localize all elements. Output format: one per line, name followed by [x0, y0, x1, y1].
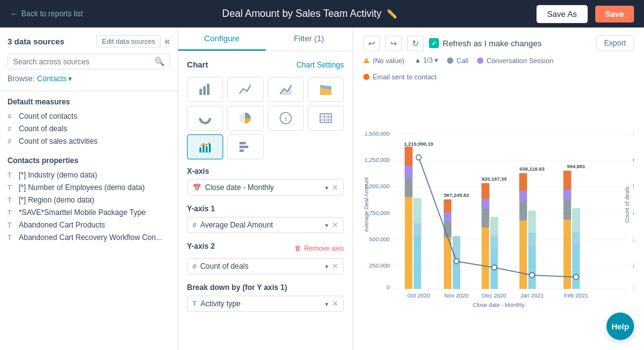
svg-text:500,000: 500,000: [370, 236, 390, 242]
svg-marker-3: [280, 85, 291, 95]
chart-type-single-num[interactable]: 1: [268, 106, 304, 131]
y-axis1-select[interactable]: # Average Deal Amount ▾ ✕: [187, 217, 344, 233]
svg-rect-60: [453, 236, 460, 261]
tab-filter[interactable]: Filter (1): [266, 28, 353, 51]
svg-text:1,219,990.19: 1,219,990.19: [404, 141, 434, 147]
measure-prefix: #: [8, 138, 15, 145]
svg-rect-68: [490, 218, 498, 236]
chart-svg: 1,500,000 1,250,000 1,000,000 750,000 50…: [363, 86, 634, 342]
chart-type-horizontal-bar[interactable]: [227, 134, 263, 159]
x-axis-chevron-icon: ▾: [325, 184, 328, 191]
svg-point-89: [573, 274, 578, 279]
svg-rect-11: [320, 114, 331, 122]
prop-label: Abandoned Cart Recovery Workflow Con...: [19, 233, 162, 242]
edit-title-icon[interactable]: ✏️: [386, 9, 397, 19]
page-down-icon[interactable]: ▾: [435, 56, 438, 64]
chart-settings-link[interactable]: Chart Settings: [296, 61, 344, 69]
measure-count-deals[interactable]: # Count of deals: [8, 122, 170, 135]
export-button[interactable]: Export: [596, 35, 634, 51]
breakdown-clear-icon[interactable]: ✕: [332, 299, 338, 308]
back-arrow-icon: ←: [10, 9, 19, 19]
breakdown-select[interactable]: T Activity type ▾ ✕: [187, 296, 344, 312]
svg-text:1,250,000: 1,250,000: [365, 157, 390, 163]
svg-rect-20: [239, 142, 246, 144]
y-axis1-clear-icon[interactable]: ✕: [332, 221, 338, 229]
prop-abandoned-cart[interactable]: T Abandoned Cart Products: [8, 219, 170, 231]
svg-text:100: 100: [633, 284, 634, 291]
sidebar: 3 data sources Edit data sources « 🔍 Bro…: [0, 28, 178, 350]
refresh-checkbox[interactable]: ✓: [429, 38, 439, 48]
page-title: Deal Amount by Sales Team Activity ✏️: [91, 8, 529, 19]
y-axis2-hash-icon: #: [193, 262, 196, 270]
svg-point-86: [454, 259, 459, 264]
svg-rect-84: [572, 208, 580, 232]
prop-industry[interactable]: T [*] Industry (demo data): [8, 169, 170, 181]
help-button[interactable]: Help: [606, 312, 634, 340]
browse-row: Browse: Contacts ▾: [8, 74, 170, 83]
measure-prefix: #: [8, 125, 15, 132]
prop-abandoned-recovery[interactable]: T Abandoned Cart Recovery Workflow Con..…: [8, 231, 170, 244]
chart-type-stacked-area[interactable]: [308, 77, 344, 102]
configure-content: Chart Chart Settings: [178, 51, 353, 329]
save-button[interactable]: Save: [595, 6, 634, 22]
edit-sources-button[interactable]: Edit data sources: [96, 35, 161, 48]
x-axis-select[interactable]: 📅 Close date - Monthly ▾ ✕: [187, 179, 344, 196]
y-axis1-value: Average Deal Amount: [200, 221, 321, 229]
y-axis1-section: Y-axis 1 # Average Deal Amount ▾ ✕: [187, 204, 344, 233]
trash-icon: 🗑: [294, 244, 301, 252]
svg-text:Oct 2020: Oct 2020: [407, 292, 430, 299]
page-indicator: ▲: [415, 56, 421, 64]
chart-type-area[interactable]: [268, 77, 304, 102]
svg-rect-76: [528, 211, 536, 232]
svg-text:600: 600: [633, 157, 634, 163]
chart-type-line[interactable]: [227, 77, 263, 102]
chart-type-combo[interactable]: [187, 134, 223, 159]
x-axis-section: X-axis 📅 Close date - Monthly ▾ ✕: [187, 167, 344, 196]
chart-type-table[interactable]: [308, 106, 344, 131]
legend-call: Call: [447, 57, 468, 64]
svg-text:400: 400: [633, 210, 634, 216]
sidebar-header: 3 data sources Edit data sources «: [8, 35, 170, 48]
x-axis-clear-icon[interactable]: ✕: [332, 183, 338, 192]
prop-employees[interactable]: T [*] Number of Employees (demo data): [8, 181, 170, 194]
y-axis1-chevron-icon: ▾: [325, 222, 328, 229]
contacts-properties-section: Contacts properties T [*] Industry (demo…: [0, 150, 178, 246]
redo-button[interactable]: ↪: [385, 36, 402, 51]
prop-prefix: T: [8, 209, 15, 216]
checkmark-icon: ✓: [431, 40, 436, 47]
y-axis2-clear-icon[interactable]: ✕: [332, 262, 338, 271]
svg-rect-17: [203, 145, 204, 152]
y-axis1-label: Y-axis 1: [187, 204, 344, 213]
collapse-sidebar-icon[interactable]: «: [164, 36, 170, 47]
contacts-properties-title: Contacts properties: [8, 156, 170, 165]
undo-button[interactable]: ↩: [363, 36, 380, 51]
search-icon[interactable]: 🔍: [154, 57, 164, 66]
chart-type-donut[interactable]: [187, 106, 223, 131]
prop-region[interactable]: T [*] Region (demo data): [8, 194, 170, 206]
refresh-button[interactable]: ↻: [407, 36, 424, 51]
svg-text:Jan 2021: Jan 2021: [520, 292, 543, 299]
svg-rect-50: [405, 147, 412, 166]
save-as-button[interactable]: Save As: [536, 5, 588, 23]
chart-toolbar: ↩ ↪ ↻ ✓ Refresh as I make changes Export: [363, 35, 634, 51]
tab-configure[interactable]: Configure: [178, 28, 266, 51]
refresh-checkbox-row: ✓ Refresh as I make changes: [429, 38, 591, 48]
prop-mobile-package[interactable]: T *SAVE*Smarttel Mobile Package Type: [8, 206, 170, 219]
measure-count-activities[interactable]: # Count of sales activities: [8, 135, 170, 148]
measure-count-contacts[interactable]: # Count of contacts: [8, 110, 170, 122]
back-link[interactable]: ← Back to reports list: [10, 9, 83, 19]
legend-email: Email sent to contact: [363, 73, 436, 81]
y-axis2-header: Y-axis 2 🗑 Remove axis: [187, 242, 344, 254]
svg-text:Feb 2021: Feb 2021: [564, 292, 588, 299]
breakdown-chevron-icon: ▾: [325, 301, 328, 308]
sidebar-top: 3 data sources Edit data sources « 🔍 Bro…: [0, 28, 178, 91]
measure-label: Count of contacts: [19, 112, 77, 121]
svg-text:567,245.62: 567,245.62: [444, 192, 470, 198]
chart-type-pie[interactable]: [227, 106, 263, 131]
legend-dot-icon: [477, 58, 483, 64]
y-axis2-select[interactable]: # Count of deals ▾ ✕: [187, 258, 344, 274]
browse-contacts[interactable]: Contacts ▾: [37, 74, 71, 83]
chart-type-bar[interactable]: [187, 77, 223, 102]
remove-axis-button[interactable]: 🗑 Remove axis: [294, 244, 344, 252]
search-input[interactable]: [13, 58, 154, 66]
